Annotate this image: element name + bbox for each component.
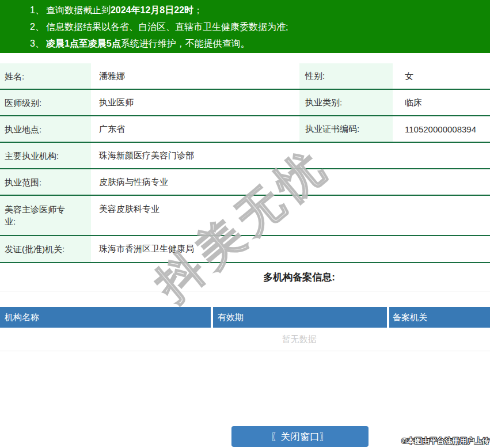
field-label-gender: 性别: bbox=[299, 63, 393, 89]
table-row: 执业地点: 广东省 执业证书编码: 110520000008394 bbox=[0, 116, 490, 143]
doctor-info-table: 姓名: 潘雅娜 性别: 女 医师级别: 执业医师 执业类别: 临床 执业地点: … bbox=[0, 63, 490, 263]
table-row: 美容主诊医师专业: 美容皮肤科专业 bbox=[0, 196, 490, 236]
field-label-main-institution: 主要执业机构: bbox=[0, 143, 91, 168]
field-label-certificate-number: 执业证书编码: bbox=[299, 116, 393, 142]
field-label-practice-location: 执业地点: bbox=[0, 116, 91, 142]
field-label-name: 姓名: bbox=[0, 63, 91, 89]
notice-line-text: 系统进行维护，不能提供查询。 bbox=[121, 39, 250, 48]
notice-line-text: ； bbox=[193, 5, 203, 15]
column-header-validity-period: 有效期 bbox=[213, 307, 387, 328]
field-value-cosmetic-specialty: 美容皮肤科专业 bbox=[91, 196, 490, 235]
notice-line-number: 2、 bbox=[30, 22, 44, 32]
column-header-institution-name: 机构名称 bbox=[0, 307, 211, 328]
field-label-practice-scope: 执业范围: bbox=[0, 169, 91, 195]
notice-banner: 1、查询数据截止到2024年12月8日22时； 2、信息数据结果以各省、自治区、… bbox=[0, 0, 490, 53]
notice-line-text: 查询数据截止到 bbox=[46, 5, 111, 15]
notice-line-bold-text: 凌晨1点至凌晨5点 bbox=[46, 39, 121, 48]
field-label-cosmetic-specialty: 美容主诊医师专业: bbox=[0, 196, 91, 235]
field-value-practice-scope: 皮肤病与性病专业 bbox=[91, 169, 490, 195]
notice-line: 3、凌晨1点至凌晨5点系统进行维护，不能提供查询。 bbox=[30, 35, 490, 52]
field-value-practice-location: 广东省 bbox=[91, 116, 299, 142]
field-value-main-institution: 珠海新颜医疗美容门诊部 bbox=[91, 143, 490, 168]
upload-stamp: ©本图由平台注册用户上传 bbox=[401, 436, 489, 446]
table-row: 医师级别: 执业医师 执业类别: 临床 bbox=[0, 90, 490, 116]
table-row: 执业范围: 皮肤病与性病专业 bbox=[0, 169, 490, 196]
notice-line-number: 3、 bbox=[30, 39, 44, 48]
table-row: 发证(批准)机关: 珠海市香洲区卫生健康局 bbox=[0, 236, 490, 263]
field-value-doctor-level: 执业医师 bbox=[91, 90, 299, 115]
notice-line-number: 1、 bbox=[30, 5, 44, 15]
field-value-practice-category: 临床 bbox=[393, 90, 490, 115]
close-window-button[interactable]: 〖关闭窗口〗 bbox=[231, 426, 369, 447]
filing-empty-row: 暂无数据 bbox=[0, 328, 490, 351]
notice-line: 1、查询数据截止到2024年12月8日22时； bbox=[30, 2, 490, 18]
column-header-filing-authority: 备案机关 bbox=[389, 307, 490, 328]
notice-line-text: 信息数据结果以各省、自治区、直辖市卫生健康委数据为准; bbox=[46, 22, 288, 32]
field-value-issuing-authority: 珠海市香洲区卫生健康局 bbox=[91, 236, 490, 262]
filing-section-header: 多机构备案信息: bbox=[0, 263, 490, 291]
field-label-issuing-authority: 发证(批准)机关: bbox=[0, 236, 91, 262]
field-value-name: 潘雅娜 bbox=[91, 63, 299, 89]
notice-line-bold-text: 2024年12月8日22时 bbox=[111, 5, 193, 15]
empty-state-text: 暂无数据 bbox=[282, 334, 317, 345]
table-row: 主要执业机构: 珠海新颜医疗美容门诊部 bbox=[0, 143, 490, 169]
section-title: 多机构备案信息: bbox=[263, 271, 335, 284]
notice-line: 2、信息数据结果以各省、自治区、直辖市卫生健康委数据为准; bbox=[30, 18, 490, 35]
section-spacer bbox=[0, 291, 490, 307]
field-value-certificate-number: 110520000008394 bbox=[393, 116, 490, 142]
field-label-doctor-level: 医师级别: bbox=[0, 90, 91, 115]
field-label-practice-category: 执业类别: bbox=[299, 90, 393, 115]
filing-table-header: 机构名称 有效期 备案机关 bbox=[0, 307, 490, 328]
table-row: 姓名: 潘雅娜 性别: 女 bbox=[0, 63, 490, 90]
field-value-gender: 女 bbox=[393, 63, 490, 89]
